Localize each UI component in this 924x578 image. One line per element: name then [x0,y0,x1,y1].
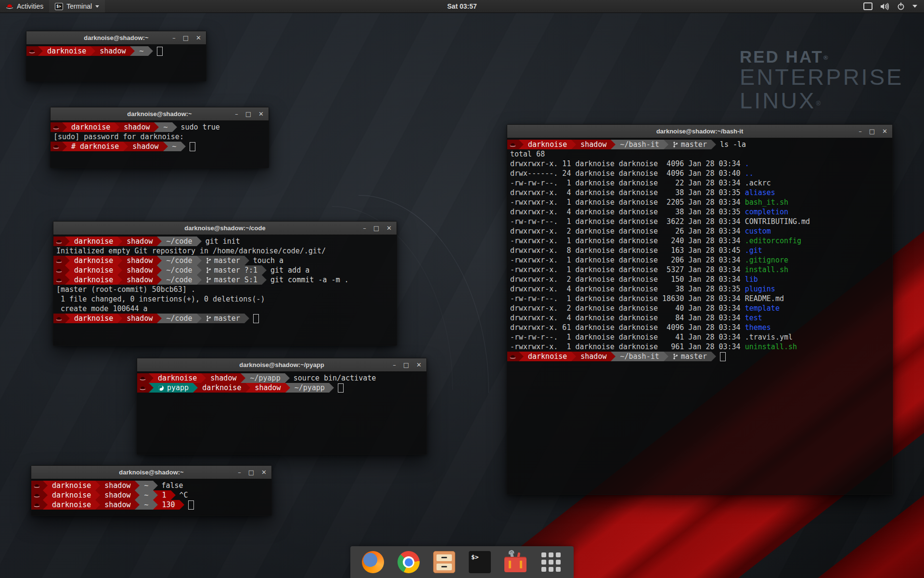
git-branch-icon [673,353,678,360]
powerline-separator [135,500,140,510]
files-icon[interactable] [433,551,455,573]
close-button[interactable]: ✕ [882,128,887,134]
powerline-separator [181,142,186,151]
minimize-button[interactable]: – [363,225,366,231]
minimize-button[interactable]: – [393,362,396,368]
prompt-segment-user: darknoise [70,275,117,285]
brand-line2: ENTERPRISE [740,66,903,89]
terminal-window-bashit[interactable]: darknoise@shadow:~/bash-it –□✕ darknoise… [507,124,893,495]
powerline-separator [241,373,245,383]
terminal-line: Initialized empty Git repository in /hom… [53,246,397,256]
terminal-content[interactable]: darknoiseshadow~ [26,44,206,81]
terminal-window-code[interactable]: darknoise@shadow:~/code –□✕ darknoisesha… [53,221,397,346]
maximize-button[interactable]: □ [183,35,189,41]
powerline-separator [62,122,67,132]
toolbox-icon[interactable] [504,551,526,573]
titlebar[interactable]: darknoise@shadow:~/pyapp –□✕ [137,358,426,372]
file-name: .gitignore [745,255,788,265]
close-button[interactable]: ✕ [386,225,392,231]
output-text: create mode 100644 a [53,304,148,314]
terminal-line: drwx------. 24 darknoise darknoise 4096 … [507,169,892,178]
prompt-segment-user: darknoise [524,140,571,149]
terminal-window-home-1[interactable]: darknoise@shadow:~ –□✕ darknoiseshadow~ [26,31,206,81]
powerline-separator [163,142,168,151]
prompt-segment-user: darknoise [70,265,117,275]
titlebar[interactable]: darknoise@shadow:~ –□✕ [51,107,269,121]
power-icon[interactable] [897,2,905,10]
chevron-down-icon[interactable] [912,5,917,8]
drawer [436,554,452,561]
chevron-down-icon [95,5,99,8]
chrome-icon[interactable] [398,551,420,573]
minimize-button[interactable]: – [859,128,862,134]
powerline-separator [43,500,48,510]
system-status-area[interactable] [860,0,920,13]
volume-icon[interactable] [880,3,889,10]
terminal-content[interactable]: darknoiseshadow~sudo true[sudo] password… [51,120,269,168]
terminal-line: darknoiseshadow~/codemastertouch a [53,256,397,265]
command-text: source bin/activate [290,373,376,383]
redhat-icon [34,502,40,508]
display-icon[interactable] [863,2,873,10]
terminal-window-pyapp[interactable]: darknoise@shadow:~/pyapp –□✕ darknoisesh… [137,358,427,455]
file-meta: -rw-rw-r--. 1 darknoise darknoise 18630 … [507,294,745,303]
file-meta: drwxrwxr-x. 4 darknoise darknoise 84 Jan… [507,313,745,323]
python-venv-icon [158,385,164,391]
close-button[interactable]: ✕ [258,111,264,117]
prompt-segment-path: ~ [140,500,153,510]
minimize-button[interactable]: – [172,35,176,41]
terminal-line: drwxrwxr-x. 4 darknoise darknoise 84 Jan… [507,313,892,323]
close-button[interactable]: ✕ [416,362,422,368]
close-button[interactable]: ✕ [196,35,201,41]
powerline-separator [148,46,153,56]
terminal-line: -rwxrwxr-x. 1 darknoise darknoise 961 Ja… [507,342,892,352]
terminal-line: drwxrwxr-x. 2 darknoise darknoise 40 Jan… [507,303,892,313]
prompt-segment-path: ~/pyapp [245,373,284,383]
minimize-button[interactable]: – [238,469,241,475]
brand-line3: LINUX [740,88,816,113]
terminal-line: darknoiseshadow~/pyappsource bin/activat… [137,373,426,383]
clock[interactable]: Sat 03:57 [447,2,476,10]
prompt-segment-host: darknoise [198,383,245,393]
prompt-segment-hat [137,373,149,383]
redhat-icon [56,239,62,244]
terminal-line: -rw-rw-r--. 1 darknoise darknoise 22 Jan… [507,178,892,188]
maximize-button[interactable]: □ [248,469,254,475]
maximize-button[interactable]: □ [869,128,875,134]
maximize-button[interactable]: □ [373,225,379,231]
terminal-cursor [188,500,194,510]
prompt-segment-host: shadow [100,481,135,490]
prompt-segment-user: darknoise [48,481,95,490]
terminal-content[interactable]: darknoiseshadow~falsedarknoiseshadow~1^C… [31,479,271,515]
firefox-icon[interactable] [362,551,384,573]
powerline-separator [285,383,290,393]
prompt-segment-path: ~/bash-it [616,140,663,149]
terminal-content[interactable]: darknoiseshadow~/codegit initInitialized… [53,235,397,345]
terminal-icon[interactable]: $> [469,551,491,573]
titlebar[interactable]: darknoise@shadow:~/code –□✕ [53,222,397,235]
terminal-line: drwxrwxr-x. 4 darknoise darknoise 38 Jan… [507,284,892,294]
prompt-segment-host: shadow [576,140,611,149]
terminal-content[interactable]: darknoiseshadow~/pyappsource bin/activat… [137,371,426,454]
powerline-separator [90,46,95,56]
activities-button[interactable]: Activities [0,0,49,13]
titlebar[interactable]: darknoise@shadow:~/bash-it –□✕ [507,125,892,138]
registered-mark: ® [823,54,830,61]
close-button[interactable]: ✕ [261,469,267,475]
app-grid-icon[interactable] [540,551,562,573]
titlebar[interactable]: darknoise@shadow:~ –□✕ [26,31,206,45]
maximize-button[interactable]: □ [403,362,409,368]
terminal-window-home-2[interactable]: darknoise@shadow:~ –□✕ darknoiseshadow~s… [50,107,269,168]
output-text: Initialized empty Git repository in /hom… [53,246,326,256]
file-name: custom [745,226,771,236]
minimize-button[interactable]: – [235,111,238,117]
prompt-segment-user: darknoise [154,373,201,383]
terminal-content[interactable]: darknoiseshadow~/bash-itmasterls -latota… [507,138,892,494]
titlebar[interactable]: darknoise@shadow:~ –□✕ [31,466,271,479]
terminal-line: darknoiseshadow~1^C [31,490,271,500]
terminal-window-home-3[interactable]: darknoise@shadow:~ –□✕ darknoiseshadow~f… [31,465,272,516]
app-menu-terminal[interactable]: $> Terminal [49,0,105,13]
activities-label: Activities [17,2,43,10]
maximize-button[interactable]: □ [245,111,251,117]
prompt-segment-host: shadow [100,500,135,510]
